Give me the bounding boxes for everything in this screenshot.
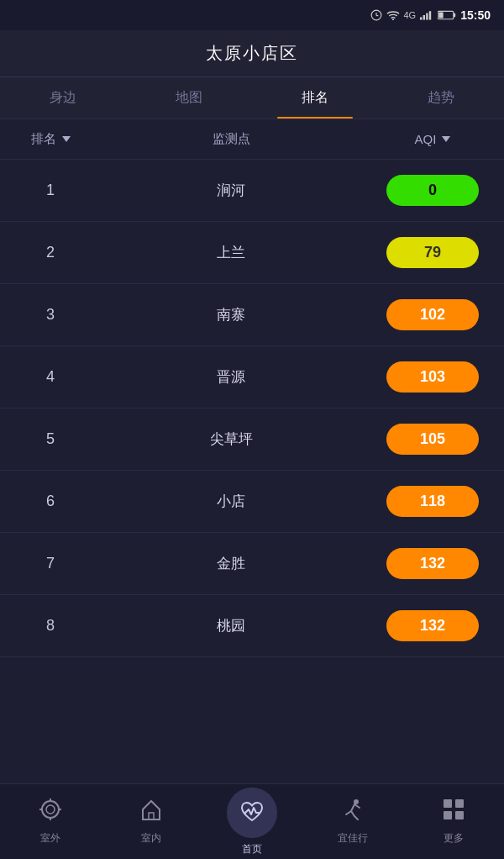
nav-home[interactable]: 首页 xyxy=(202,783,302,860)
aqi-pill: 132 xyxy=(386,610,479,641)
station-name: 金胜 xyxy=(84,554,378,573)
station-name: 小店 xyxy=(84,492,378,511)
aqi-value: 103 xyxy=(378,361,487,393)
aqi-value: 118 xyxy=(378,486,487,517)
aqi-value: 105 xyxy=(378,424,487,455)
table-row[interactable]: 2 上兰 79 xyxy=(0,222,504,284)
station-name: 桃园 xyxy=(84,616,378,635)
run-icon xyxy=(341,798,365,827)
nav-suitable[interactable]: 宜佳行 xyxy=(302,793,403,851)
tab-nearby[interactable]: 身边 xyxy=(0,77,126,119)
outdoor-icon xyxy=(39,798,62,827)
aqi-value: 0 xyxy=(378,175,487,206)
svg-rect-17 xyxy=(149,813,154,819)
aqi-pill: 105 xyxy=(386,424,479,455)
table-body: 1 涧河 0 2 上兰 79 3 南寨 102 4 晋源 103 5 尖草坪 xyxy=(0,160,504,783)
tab-ranking[interactable]: 排名 xyxy=(252,77,378,119)
nav-outdoor[interactable]: 室外 xyxy=(0,793,101,851)
rank-number: 4 xyxy=(17,368,84,386)
outdoor-label: 室外 xyxy=(40,831,60,846)
indoor-label: 室内 xyxy=(141,831,161,846)
svg-point-11 xyxy=(42,801,59,818)
page-title: 太原小店区 xyxy=(0,42,504,65)
rank-number: 8 xyxy=(17,617,84,635)
table-row[interactable]: 3 南寨 102 xyxy=(0,284,504,346)
rank-dropdown-arrow xyxy=(62,136,71,142)
svg-point-12 xyxy=(46,805,55,814)
more-label: 更多 xyxy=(444,831,464,846)
aqi-dropdown-arrow xyxy=(442,136,450,142)
table-row[interactable]: 6 小店 118 xyxy=(0,471,504,533)
table-row[interactable]: 8 桃园 132 xyxy=(0,595,504,657)
aqi-pill: 79 xyxy=(386,237,479,268)
wifi-icon xyxy=(386,10,400,20)
indoor-icon xyxy=(139,798,163,827)
bottom-navigation: 室外 室内 首页 宜佳行 xyxy=(0,783,504,859)
tab-map[interactable]: 地图 xyxy=(126,77,252,119)
rank-number: 7 xyxy=(17,555,84,572)
aqi-pill: 102 xyxy=(386,299,479,330)
clock-icon xyxy=(370,9,382,21)
aqi-value: 79 xyxy=(378,237,487,268)
home-label: 首页 xyxy=(242,842,262,856)
svg-rect-7 xyxy=(429,11,431,19)
rank-number: 2 xyxy=(17,244,84,261)
app-header: 太原小店区 xyxy=(0,30,504,77)
home-icon-bg xyxy=(227,788,277,838)
rank-number: 5 xyxy=(17,430,84,448)
signal-icon xyxy=(420,10,433,20)
svg-rect-4 xyxy=(420,17,422,19)
svg-point-3 xyxy=(392,18,394,20)
station-column-header: 监测点 xyxy=(84,131,378,147)
aqi-pill: 132 xyxy=(386,548,479,579)
aqi-value: 132 xyxy=(378,610,487,641)
nav-more[interactable]: 更多 xyxy=(403,793,504,851)
table-row[interactable]: 5 尖草坪 105 xyxy=(0,408,504,471)
battery-icon xyxy=(438,10,456,20)
time-display: 15:50 xyxy=(460,8,491,22)
rank-number: 1 xyxy=(17,182,84,199)
rank-number: 3 xyxy=(17,306,84,324)
status-bar: 4G 15:50 xyxy=(0,0,504,30)
table-row[interactable]: 7 金胜 132 xyxy=(0,533,504,595)
heartbeat-icon xyxy=(239,800,265,825)
aqi-column-header[interactable]: AQI xyxy=(378,132,487,146)
svg-rect-9 xyxy=(454,13,455,18)
station-name: 尖草坪 xyxy=(84,430,378,449)
svg-rect-22 xyxy=(455,811,464,819)
table-row[interactable]: 1 涧河 0 xyxy=(0,160,504,222)
tab-trend[interactable]: 趋势 xyxy=(378,77,504,119)
svg-rect-20 xyxy=(455,799,464,808)
svg-rect-21 xyxy=(444,811,452,819)
aqi-value: 132 xyxy=(378,548,487,579)
svg-rect-10 xyxy=(438,12,444,18)
table-row[interactable]: 4 晋源 103 xyxy=(0,346,504,408)
svg-rect-19 xyxy=(444,799,452,808)
aqi-pill: 103 xyxy=(386,361,479,393)
station-name: 涧河 xyxy=(84,181,378,200)
table-header: 排名 监测点 AQI xyxy=(0,119,504,160)
aqi-pill: 0 xyxy=(386,175,479,206)
tab-navigation: 身边 地图 排名 趋势 xyxy=(0,77,504,119)
rank-number: 6 xyxy=(17,493,84,510)
nav-indoor[interactable]: 室内 xyxy=(101,793,202,851)
svg-rect-5 xyxy=(423,15,425,20)
station-name: 晋源 xyxy=(84,367,378,387)
station-name: 上兰 xyxy=(84,243,378,262)
aqi-value: 102 xyxy=(378,299,487,330)
station-name: 南寨 xyxy=(84,305,378,324)
rank-column-header[interactable]: 排名 xyxy=(17,131,84,147)
aqi-pill: 118 xyxy=(386,486,479,517)
more-icon xyxy=(442,798,465,827)
suitable-label: 宜佳行 xyxy=(338,831,368,846)
svg-rect-6 xyxy=(426,13,428,20)
